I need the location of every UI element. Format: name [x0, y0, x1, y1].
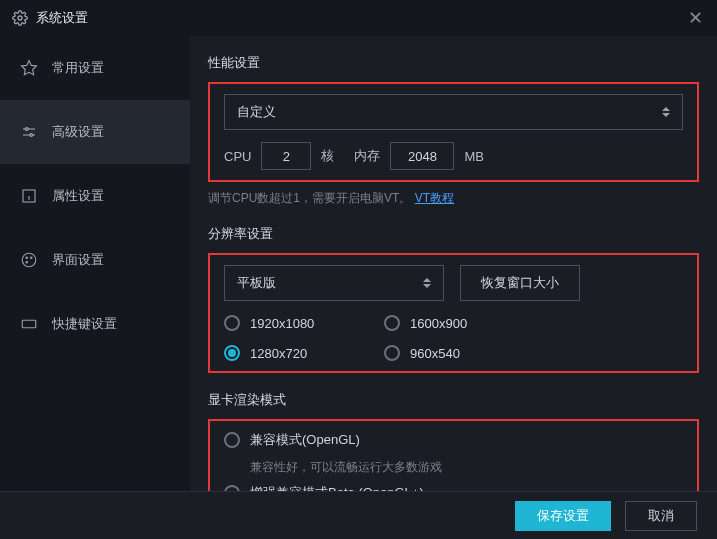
svg-rect-13	[22, 320, 36, 328]
resolution-mode-select[interactable]: 平板版	[224, 265, 444, 301]
select-value: 平板版	[237, 274, 276, 292]
sidebar-item-properties[interactable]: 属性设置	[0, 164, 190, 228]
radio-icon	[224, 315, 240, 331]
sliders-icon	[20, 123, 38, 141]
close-icon[interactable]: ✕	[685, 8, 705, 28]
mem-label: 内存	[354, 147, 380, 165]
info-icon	[20, 187, 38, 205]
section-performance: 性能设置 自定义 CPU 核 内存 MB 调节CPU数超过1，需要开启电脑VT。…	[208, 54, 699, 207]
reset-window-button[interactable]: 恢复窗口大小	[460, 265, 580, 301]
sidebar-item-label: 常用设置	[52, 59, 104, 77]
render-mode-option[interactable]: 增强兼容模式Beta (OpenGL+)	[224, 484, 683, 491]
sidebar-item-interface[interactable]: 界面设置	[0, 228, 190, 292]
radio-icon	[384, 315, 400, 331]
sidebar-item-label: 快捷键设置	[52, 315, 117, 333]
render-mode-option[interactable]: 兼容模式(OpenGL)	[224, 431, 683, 449]
radio-label: 1600x900	[410, 316, 467, 331]
render-mode-desc: 兼容性好，可以流畅运行大多数游戏	[250, 459, 683, 476]
section-title: 显卡渲染模式	[208, 391, 699, 409]
sidebar-item-label: 高级设置	[52, 123, 104, 141]
sidebar: 常用设置 高级设置 属性设置 界面设置 快捷键设置	[0, 36, 190, 491]
perf-hint: 调节CPU数超过1，需要开启电脑VT。 VT教程	[208, 190, 699, 207]
resolution-option[interactable]: 960x540	[384, 345, 544, 361]
svg-point-0	[18, 16, 22, 20]
radio-label: 增强兼容模式Beta (OpenGL+)	[250, 484, 424, 491]
save-button[interactable]: 保存设置	[515, 501, 611, 531]
footer: 保存设置 取消	[0, 491, 717, 539]
mem-unit: MB	[464, 149, 484, 164]
resolution-option[interactable]: 1920x1080	[224, 315, 384, 331]
section-render: 显卡渲染模式 兼容模式(OpenGL)兼容性好，可以流畅运行大多数游戏增强兼容模…	[208, 391, 699, 491]
keyboard-icon	[20, 315, 38, 333]
radio-icon	[224, 345, 240, 361]
highlight-box: 兼容模式(OpenGL)兼容性好，可以流畅运行大多数游戏增强兼容模式Beta (…	[208, 419, 699, 491]
svg-point-9	[22, 253, 36, 267]
radio-icon	[224, 432, 240, 448]
gear-icon	[12, 10, 28, 26]
cancel-button[interactable]: 取消	[625, 501, 697, 531]
sidebar-item-label: 属性设置	[52, 187, 104, 205]
content: 性能设置 自定义 CPU 核 内存 MB 调节CPU数超过1，需要开启电脑VT。…	[190, 36, 717, 491]
svg-point-11	[31, 257, 33, 259]
mem-input[interactable]	[390, 142, 454, 170]
cpu-unit: 核	[321, 147, 334, 165]
titlebar: 系统设置 ✕	[0, 0, 717, 36]
sidebar-item-shortcuts[interactable]: 快捷键设置	[0, 292, 190, 356]
palette-icon	[20, 251, 38, 269]
highlight-box: 平板版 恢复窗口大小 1920x10801600x9001280x720960x…	[208, 253, 699, 373]
svg-point-10	[26, 257, 28, 259]
resolution-option[interactable]: 1280x720	[224, 345, 384, 361]
radio-icon	[384, 345, 400, 361]
svg-marker-1	[22, 61, 37, 75]
chevron-updown-icon	[423, 278, 431, 288]
chevron-updown-icon	[662, 107, 670, 117]
highlight-box: 自定义 CPU 核 内存 MB	[208, 82, 699, 182]
radio-label: 1920x1080	[250, 316, 314, 331]
star-icon	[20, 59, 38, 77]
radio-label: 960x540	[410, 346, 460, 361]
vt-tutorial-link[interactable]: VT教程	[415, 191, 454, 205]
perf-preset-select[interactable]: 自定义	[224, 94, 683, 130]
section-resolution: 分辨率设置 平板版 恢复窗口大小 1920x10801600x9001280x7…	[208, 225, 699, 373]
cpu-label: CPU	[224, 149, 251, 164]
sidebar-item-advanced[interactable]: 高级设置	[0, 100, 190, 164]
sidebar-item-label: 界面设置	[52, 251, 104, 269]
section-title: 分辨率设置	[208, 225, 699, 243]
select-value: 自定义	[237, 103, 276, 121]
section-title: 性能设置	[208, 54, 699, 72]
resolution-option[interactable]: 1600x900	[384, 315, 544, 331]
radio-label: 兼容模式(OpenGL)	[250, 431, 360, 449]
cpu-input[interactable]	[261, 142, 311, 170]
sidebar-item-common[interactable]: 常用设置	[0, 36, 190, 100]
svg-point-12	[26, 262, 28, 264]
radio-label: 1280x720	[250, 346, 307, 361]
window-title: 系统设置	[36, 9, 685, 27]
